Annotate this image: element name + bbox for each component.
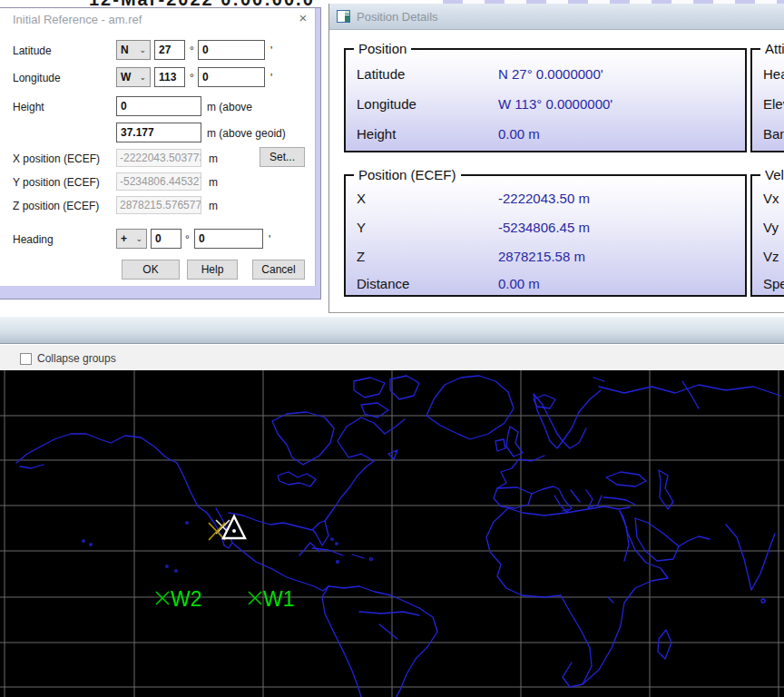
world-map-view[interactable]: W2 W1 — [0, 370, 784, 697]
map-grid — [0, 370, 784, 697]
distance-label: Distance — [357, 276, 409, 291]
height-label: Height — [357, 126, 396, 142]
collapse-groups-checkbox[interactable] — [20, 353, 32, 365]
longitude-hemisphere-value: W — [121, 71, 131, 83]
x-ecef-value: -2222043.50 m — [498, 191, 590, 206]
window-frame-band — [0, 316, 784, 344]
waypoint-w2-marker[interactable]: W2 — [156, 587, 202, 611]
group-position-legend: Position — [354, 41, 411, 56]
chevron-down-icon: ⌄ — [135, 234, 142, 243]
minute-symbol: ' — [270, 44, 272, 57]
group-velocity-legend: Velo — [760, 167, 784, 182]
position-details-window: Position Details Position Latitude N 27°… — [328, 4, 784, 313]
map-toolbar-panel: Collapse groups — [0, 345, 784, 370]
help-button[interactable]: Help — [187, 260, 238, 280]
world-coastline-map: W2 W1 — [0, 370, 784, 697]
y-ecef-unit: m — [209, 176, 218, 189]
group-attitude-legend: Atti — [760, 41, 784, 56]
chevron-down-icon: ⌄ — [139, 45, 146, 54]
vy-row-label: Vy — [763, 220, 779, 235]
heading-row-label: Hea — [763, 66, 784, 82]
height-field-label: Height — [13, 101, 44, 113]
geoid-height-input[interactable]: 37.177 — [116, 123, 201, 142]
position-details-titlebar[interactable]: Position Details — [329, 4, 784, 30]
heading-degrees-input[interactable]: 0 — [151, 229, 181, 249]
group-velocity-clipped: Velo Vx Vy Vz Spe — [750, 174, 784, 297]
heading-minutes-input[interactable]: 0 — [194, 229, 263, 249]
initial-reference-content: Initial Reference - am.ref × Latitude N … — [0, 8, 316, 286]
y-ecef-label: Y — [357, 220, 366, 235]
z-ecef-readonly-field: 2878215.5765774 — [116, 196, 201, 214]
y-ecef-field-label: Y position (ECEF) — [13, 176, 100, 189]
set-button[interactable]: Set... — [260, 147, 305, 167]
z-ecef-unit: m — [209, 200, 218, 212]
x-ecef-field-label: X position (ECEF) — [13, 152, 100, 165]
cancel-button[interactable]: Cancel — [252, 260, 305, 280]
y-ecef-readonly-field: -5234806.445327 — [116, 172, 201, 191]
geoid-unit-label: m (above geoid) — [207, 127, 286, 140]
distance-value: 0.00 m — [498, 276, 540, 291]
minute-symbol: ' — [269, 233, 270, 246]
close-icon[interactable]: × — [292, 10, 314, 28]
group-position-ecef-legend: Position (ECEF) — [354, 167, 461, 182]
application-screen: 12-Mar-2022 0:00:00.0 Position Details P… — [0, 0, 784, 697]
latitude-hemisphere-value: N — [121, 44, 129, 56]
latitude-hemisphere-select[interactable]: N ⌄ — [116, 40, 151, 60]
degree-symbol: ° — [190, 44, 194, 57]
latitude-value: N 27° 0.0000000' — [498, 66, 603, 82]
height-value: 0.00 m — [498, 126, 540, 142]
z-ecef-label: Z — [357, 249, 365, 264]
longitude-field-label: Longitude — [13, 72, 61, 84]
x-ecef-readonly-field: -2222043.503773 — [116, 149, 201, 167]
chevron-down-icon: ⌄ — [139, 73, 146, 82]
heading-field-label: Heading — [13, 233, 54, 246]
heading-sign-select[interactable]: + ⌄ — [116, 229, 147, 249]
window-document-icon — [337, 10, 350, 23]
longitude-label: Longitude — [357, 96, 416, 112]
waypoint-w2-label: W2 — [171, 587, 202, 611]
map-markers: W2 W1 — [156, 516, 295, 611]
degree-symbol: ° — [185, 233, 190, 246]
waypoint-w1-marker[interactable]: W1 — [249, 587, 295, 611]
position-details-title: Position Details — [357, 10, 438, 24]
height-unit-label: m (above — [207, 101, 252, 113]
longitude-hemisphere-select[interactable]: W ⌄ — [116, 67, 151, 87]
bank-row-label: Ban — [763, 126, 784, 142]
latitude-label: Latitude — [357, 66, 405, 82]
heading-sign-value: + — [121, 232, 127, 245]
collapse-groups-label: Collapse groups — [37, 352, 116, 365]
group-position-ecef: Position (ECEF) X -2222043.50 m Y -52348… — [344, 174, 747, 297]
x-ecef-unit: m — [209, 152, 218, 165]
latitude-degrees-input[interactable]: 27 — [154, 40, 185, 60]
latitude-field-label: Latitude — [13, 44, 52, 57]
waypoint-w1-label: W1 — [263, 587, 295, 611]
ok-button[interactable]: OK — [122, 260, 180, 280]
y-ecef-value: -5234806.45 m — [498, 220, 590, 235]
z-ecef-value: 2878215.58 m — [498, 249, 585, 264]
degree-symbol: ° — [190, 72, 194, 84]
group-attitude-clipped: Atti Hea Elev Ban — [750, 48, 784, 152]
initial-reference-title[interactable]: Initial Reference - am.ref — [13, 13, 142, 26]
vz-row-label: Vz — [763, 249, 779, 264]
coastlines — [16, 376, 780, 697]
speed-row-label: Spe — [763, 276, 784, 291]
latitude-minutes-input[interactable]: 0 — [198, 40, 265, 60]
z-ecef-field-label: Z position (ECEF) — [13, 200, 99, 212]
minute-symbol: ' — [270, 72, 272, 84]
height-input[interactable]: 0 — [116, 96, 201, 116]
x-ecef-label: X — [357, 191, 366, 206]
longitude-minutes-input[interactable]: 0 — [198, 67, 265, 87]
vx-row-label: Vx — [763, 191, 779, 206]
elevation-row-label: Elev — [763, 96, 784, 112]
initial-reference-dialog: Initial Reference - am.ref × Latitude N … — [0, 7, 321, 299]
longitude-value: W 113° 0.0000000' — [498, 96, 612, 112]
group-position: Position Latitude N 27° 0.0000000' Longi… — [344, 48, 747, 152]
longitude-degrees-input[interactable]: 113 — [154, 67, 185, 87]
